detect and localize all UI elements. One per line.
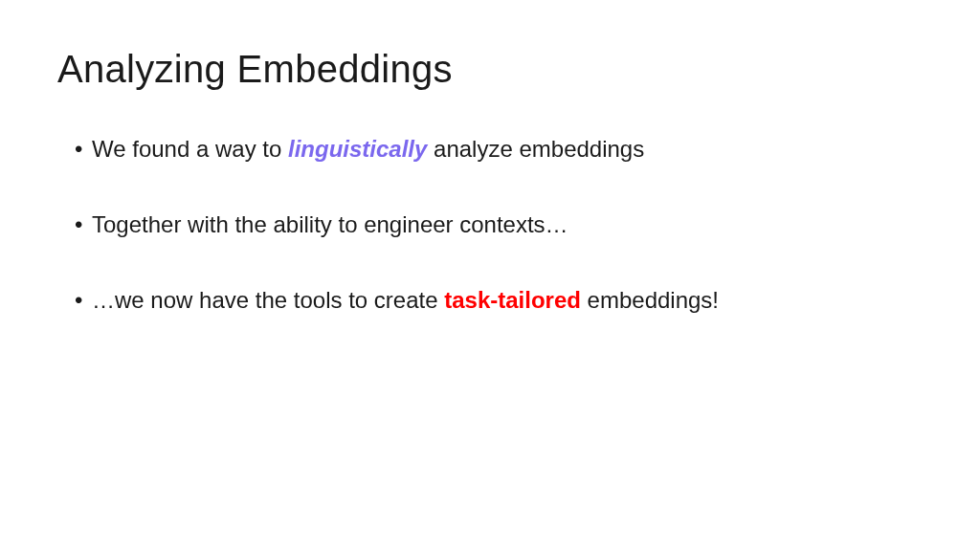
bullet-text-pre: …we now have the tools to create bbox=[92, 287, 444, 313]
bullet-text-post: embeddings! bbox=[581, 287, 719, 313]
list-item: Together with the ability to engineer co… bbox=[75, 209, 923, 239]
list-item: We found a way to linguistically analyze… bbox=[75, 134, 923, 164]
bullet-text-pre: We found a way to bbox=[92, 136, 288, 162]
slide-title: Analyzing Embeddings bbox=[57, 48, 923, 91]
bullet-text-post: analyze embeddings bbox=[427, 136, 644, 162]
bullet-text-pre: Together with the ability to engineer co… bbox=[92, 211, 568, 237]
list-item: …we now have the tools to create task-ta… bbox=[75, 285, 923, 315]
bullet-list: We found a way to linguistically analyze… bbox=[57, 134, 923, 316]
bullet-emphasis: task-tailored bbox=[444, 287, 581, 313]
bullet-emphasis: linguistically bbox=[288, 136, 427, 162]
